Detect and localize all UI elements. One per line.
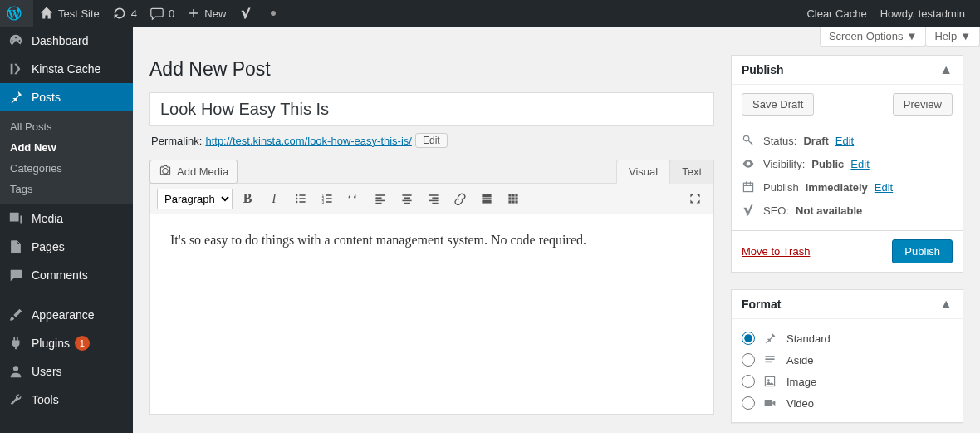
edit-visibility-link[interactable]: Edit xyxy=(850,158,869,170)
status-label: Status: xyxy=(763,135,796,147)
caret-up-icon: ▲ xyxy=(939,62,953,77)
visibility-value: Public xyxy=(811,158,844,170)
status-dot[interactable] xyxy=(264,0,282,27)
italic-button[interactable]: I xyxy=(262,187,286,210)
help-tab[interactable]: Help▼ xyxy=(925,27,980,47)
page-title: Add New Post xyxy=(149,58,714,81)
fullscreen-button[interactable] xyxy=(684,187,707,210)
add-media-button[interactable]: Add Media xyxy=(149,160,238,184)
seo-label: SEO: xyxy=(763,204,789,217)
svg-point-5 xyxy=(296,198,297,199)
calendar-icon xyxy=(742,180,757,194)
svg-point-1 xyxy=(13,366,18,371)
circle-icon xyxy=(271,11,276,16)
eye-icon xyxy=(742,157,757,170)
updates-count: 4 xyxy=(131,7,137,20)
bold-button[interactable]: B xyxy=(236,187,259,210)
post-title-input[interactable] xyxy=(149,92,714,126)
preview-button[interactable]: Preview xyxy=(893,93,953,116)
seo-link[interactable] xyxy=(233,0,264,27)
bulleted-list-button[interactable] xyxy=(289,187,312,210)
svg-rect-10 xyxy=(326,194,331,196)
align-left-button[interactable] xyxy=(369,187,392,210)
svg-rect-28 xyxy=(482,198,491,199)
save-draft-button[interactable]: Save Draft xyxy=(742,93,814,116)
numbered-list-button[interactable]: 123 xyxy=(316,187,339,210)
dashboard-icon xyxy=(8,33,25,48)
site-name-link[interactable]: Test Site xyxy=(33,0,106,27)
svg-rect-19 xyxy=(402,194,411,196)
menu-dashboard[interactable]: Dashboard xyxy=(0,27,133,55)
clear-cache-link[interactable]: Clear Cache xyxy=(800,0,873,27)
page-icon xyxy=(8,239,25,254)
new-content-link[interactable]: New xyxy=(181,0,233,27)
format-standard[interactable]: Standard xyxy=(742,327,953,349)
menu-appearance[interactable]: Appearance xyxy=(0,301,133,329)
blockquote-button[interactable] xyxy=(342,187,365,210)
menu-media[interactable]: Media xyxy=(0,204,133,233)
edit-status-link[interactable]: Edit xyxy=(835,135,854,147)
format-select[interactable]: Paragraph xyxy=(157,189,233,209)
editor-visual-tab[interactable]: Visual xyxy=(616,160,670,184)
account-link[interactable]: Howdy, testadmin xyxy=(874,0,972,27)
format-video[interactable]: Video xyxy=(742,392,953,414)
permalink-label: Permalink: xyxy=(151,135,202,147)
svg-rect-27 xyxy=(482,194,491,197)
toolbar-toggle-button[interactable] xyxy=(502,187,525,210)
menu-users[interactable]: Users xyxy=(0,357,133,386)
kinsta-icon xyxy=(8,62,25,76)
svg-rect-17 xyxy=(375,200,385,202)
plugins-update-badge: 1 xyxy=(75,336,90,351)
svg-point-45 xyxy=(767,379,769,381)
publish-box: Publish ▲ Save Draft Preview Status: Dra… xyxy=(731,55,963,273)
edit-slug-button[interactable]: Edit xyxy=(415,133,448,148)
updates-link[interactable]: 4 xyxy=(106,0,144,27)
svg-rect-46 xyxy=(765,400,773,406)
svg-rect-23 xyxy=(429,194,438,196)
site-name: Test Site xyxy=(58,7,100,20)
svg-rect-20 xyxy=(404,197,410,199)
publish-date-value: immediately xyxy=(806,181,868,194)
svg-point-3 xyxy=(296,194,297,196)
submenu-add-new[interactable]: Add New xyxy=(0,137,133,158)
editor-content-area[interactable]: It's so easy to do things with a content… xyxy=(150,214,713,414)
menu-pages[interactable]: Pages xyxy=(0,233,133,261)
align-right-button[interactable] xyxy=(422,187,445,210)
comments-link[interactable]: 0 xyxy=(144,0,181,27)
submenu-tags[interactable]: Tags xyxy=(0,179,133,199)
publish-button[interactable]: Publish xyxy=(892,239,953,263)
menu-tools[interactable]: Tools xyxy=(0,386,133,414)
editor-text-tab[interactable]: Text xyxy=(669,160,714,184)
svg-rect-8 xyxy=(299,201,305,203)
menu-comments[interactable]: Comments xyxy=(0,261,133,289)
aside-icon xyxy=(763,353,778,367)
home-icon xyxy=(40,7,53,20)
link-button[interactable] xyxy=(448,187,472,210)
submenu-all-posts[interactable]: All Posts xyxy=(0,116,133,137)
svg-rect-6 xyxy=(299,198,305,199)
read-more-button[interactable] xyxy=(475,187,498,210)
pin-icon xyxy=(8,90,25,105)
format-image[interactable]: Image xyxy=(742,371,953,392)
publish-box-header[interactable]: Publish ▲ xyxy=(732,56,963,85)
caret-up-icon: ▲ xyxy=(939,297,953,312)
menu-kinsta-cache[interactable]: Kinsta Cache xyxy=(0,55,133,83)
permalink-link[interactable]: http://test.kinsta.com/look-how-easy-thi… xyxy=(205,135,412,147)
image-icon xyxy=(763,375,778,388)
menu-plugins[interactable]: Plugins1 xyxy=(0,329,133,357)
svg-rect-21 xyxy=(402,200,411,202)
edit-date-link[interactable]: Edit xyxy=(875,181,893,194)
svg-rect-31 xyxy=(512,194,514,196)
svg-rect-4 xyxy=(299,194,305,196)
submenu-categories[interactable]: Categories xyxy=(0,158,133,179)
move-to-trash-link[interactable]: Move to Trash xyxy=(742,245,810,258)
plug-icon xyxy=(8,336,25,351)
align-center-button[interactable] xyxy=(395,187,419,210)
svg-rect-22 xyxy=(404,203,410,204)
format-box-header[interactable]: Format ▲ xyxy=(732,290,963,319)
screen-options-tab[interactable]: Screen Options▼ xyxy=(820,27,926,47)
menu-posts[interactable]: Posts xyxy=(0,83,133,111)
format-aside[interactable]: Aside xyxy=(742,349,953,371)
wp-logo[interactable] xyxy=(0,0,33,27)
svg-rect-43 xyxy=(765,362,772,363)
